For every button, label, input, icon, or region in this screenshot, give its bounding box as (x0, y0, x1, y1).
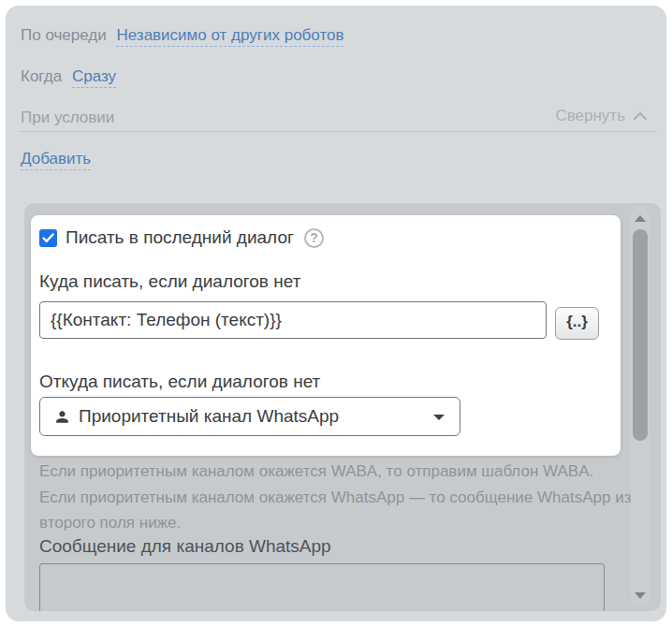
action-settings-panel: Писать в последний диалог ? Куда писать,… (24, 203, 661, 611)
caret-down-icon (433, 415, 445, 420)
note-line: Если приоритетным каналом окажется WABA,… (39, 459, 631, 485)
channel-select-value: Приоритетный канал WhatsApp (79, 406, 339, 427)
write-from-label: Откуда писать, если диалогов нет (39, 372, 320, 392)
whatsapp-message-textarea[interactable] (39, 563, 605, 611)
scrollbar[interactable] (631, 207, 650, 607)
note-line: Если приоритетным каналом окажется Whats… (39, 485, 631, 511)
scroll-up-icon[interactable] (635, 215, 646, 222)
person-icon (53, 408, 71, 426)
add-button[interactable]: Добавить (21, 150, 91, 170)
insert-variable-button[interactable]: {..} (555, 307, 599, 340)
scroll-thumb[interactable] (633, 229, 648, 441)
last-dialog-checkbox[interactable] (39, 229, 57, 247)
whatsapp-message-label: Сообщение для каналов WhatsApp (39, 536, 331, 557)
scroll-down-icon[interactable] (635, 592, 646, 599)
condition-row: При условии (21, 109, 114, 127)
last-dialog-label: Писать в последний диалог (66, 227, 294, 248)
add-row: Добавить (21, 150, 91, 168)
chevron-up-icon (633, 111, 648, 121)
divider (19, 131, 657, 132)
help-icon[interactable]: ? (304, 228, 324, 248)
when-link[interactable]: Сразу (72, 67, 116, 88)
dialog-settings-card: Писать в последний диалог ? Куда писать,… (31, 215, 621, 456)
queue-label: По очереди (21, 26, 107, 44)
waba-note: Если приоритетным каналом окажется WABA,… (39, 459, 631, 536)
where-to-write-label: Куда писать, если диалогов нет (39, 271, 300, 292)
collapse-button[interactable]: Свернуть (555, 107, 648, 125)
condition-label: При условии (21, 109, 114, 126)
queue-row: По очереди Независимо от других роботов (21, 26, 343, 45)
last-dialog-row: Писать в последний диалог ? (39, 227, 324, 248)
check-icon (42, 233, 54, 243)
collapse-label: Свернуть (555, 107, 625, 125)
when-row: Когда Сразу (21, 67, 116, 86)
queue-mode-link[interactable]: Независимо от других роботов (116, 26, 343, 47)
note-line: второго поля ниже. (39, 510, 631, 536)
when-label: Когда (21, 67, 62, 85)
channel-select[interactable]: Приоритетный канал WhatsApp (39, 397, 460, 436)
robot-settings-panel: По очереди Независимо от других роботов … (6, 6, 666, 621)
where-to-write-input[interactable] (39, 301, 547, 339)
